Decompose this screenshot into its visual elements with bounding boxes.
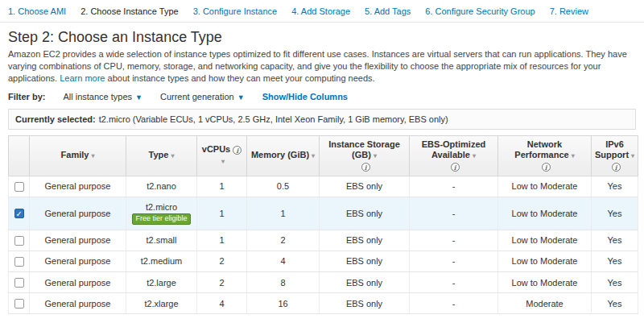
cell-memory: 8 xyxy=(247,271,320,292)
filter-bar: Filter by: All instance types▼ Current g… xyxy=(8,92,636,101)
current-selection-value: t2.micro (Variable ECUs, 1 vCPUs, 2.5 GH… xyxy=(99,114,448,124)
row-checkbox[interactable] xyxy=(14,299,24,309)
info-icon[interactable]: i xyxy=(233,146,242,155)
table-row-t2-small[interactable]: General purpose t2.small 1 2 EBS only - … xyxy=(9,230,638,251)
free-tier-eligible-badge: Free tier eligible xyxy=(132,213,190,225)
cell-memory: 4 xyxy=(247,251,320,271)
sort-icon: ▾ xyxy=(374,152,377,159)
cell-type: t2.medium xyxy=(126,251,197,271)
cell-memory: 1 xyxy=(247,197,320,230)
cell-storage: EBS only xyxy=(320,293,410,314)
tab-configure-instance[interactable]: 3. Configure Instance xyxy=(193,6,278,16)
cell-vcpus: 1 xyxy=(197,197,247,230)
generation-filter-dropdown[interactable]: Current generation▼ xyxy=(160,92,245,101)
row-checkbox[interactable] xyxy=(14,278,24,288)
column-header-ebs-optimized[interactable]: EBS-Optimized Available▾ i xyxy=(410,135,498,176)
learn-more-link[interactable]: Learn more xyxy=(60,73,105,83)
current-selection-bar: Currently selected:t2.micro (Variable EC… xyxy=(8,109,636,130)
table-row-t2-xlarge[interactable]: General purpose t2.xlarge 4 16 EBS only … xyxy=(9,293,638,314)
column-label-memory: Memory (GiB) xyxy=(251,150,309,159)
tab-choose-instance-type[interactable]: 2. Choose Instance Type xyxy=(80,6,179,16)
table-row-t2-large[interactable]: General purpose t2.large 2 8 EBS only - … xyxy=(9,271,638,292)
cell-type: t2.small xyxy=(126,230,197,251)
generation-filter-value: Current generation xyxy=(160,92,234,101)
cell-type-value: t2.micro xyxy=(130,202,193,212)
column-label-network-performance: Network Performance xyxy=(514,139,568,160)
sort-icon: ▾ xyxy=(473,152,476,159)
main-content: Step 2: Choose an Instance Type Amazon E… xyxy=(0,23,644,323)
cell-vcpus: 2 xyxy=(197,251,247,271)
sort-icon: ▾ xyxy=(221,158,225,165)
sort-icon: ▾ xyxy=(631,152,634,159)
column-label-family: Family xyxy=(61,150,89,159)
cell-type: t2.xlarge xyxy=(126,293,197,314)
cell-ebs-optimized: - xyxy=(410,197,498,230)
column-header-ipv6-support[interactable]: IPv6 Support▾ i xyxy=(592,135,638,176)
row-checkbox[interactable] xyxy=(14,182,24,192)
tab-choose-ami[interactable]: 1. Choose AMI xyxy=(8,6,66,16)
cell-ipv6-support: Yes xyxy=(592,197,638,230)
column-label-vcpus: vCPUs xyxy=(202,144,230,154)
column-header-memory[interactable]: Memory (GiB)▾ xyxy=(247,135,320,176)
table-header-row: Family▾ Type▾ vCPUsi▾ Memory (GiB)▾ Inst… xyxy=(9,135,638,176)
cell-family: General purpose xyxy=(30,271,126,292)
page-description: Amazon EC2 provides a wide selection of … xyxy=(8,48,636,85)
row-checkbox[interactable] xyxy=(14,209,24,218)
cell-ebs-optimized: - xyxy=(410,251,498,271)
cell-storage: EBS only xyxy=(320,176,410,197)
cell-network-performance: Low to Moderate xyxy=(498,271,592,292)
cell-ebs-optimized: - xyxy=(410,230,498,251)
cell-network-performance: Low to Moderate xyxy=(498,230,592,251)
column-header-network-performance[interactable]: Network Performance▾ i xyxy=(498,135,592,176)
cell-family: General purpose xyxy=(30,230,126,251)
cell-vcpus: 4 xyxy=(197,293,247,314)
cell-family: General purpose xyxy=(30,197,126,230)
chevron-down-icon: ▼ xyxy=(135,93,142,101)
table-row-t2-micro[interactable]: General purpose t2.micro Free tier eligi… xyxy=(9,197,638,230)
cell-network-performance: Moderate xyxy=(498,293,592,314)
current-selection-label: Currently selected: xyxy=(15,114,96,124)
sort-icon: ▾ xyxy=(572,152,575,159)
info-icon[interactable]: i xyxy=(451,163,460,172)
table-row-t2-medium[interactable]: General purpose t2.medium 2 4 EBS only -… xyxy=(9,251,638,271)
cell-network-performance: Low to Moderate xyxy=(498,251,592,271)
cell-family: General purpose xyxy=(30,251,126,271)
row-checkbox[interactable] xyxy=(14,236,24,246)
cell-storage: EBS only xyxy=(320,251,410,271)
info-icon[interactable]: i xyxy=(542,163,551,172)
info-icon[interactable]: i xyxy=(361,163,370,172)
page-title: Step 2: Choose an Instance Type xyxy=(8,29,636,46)
row-checkbox[interactable] xyxy=(14,257,24,267)
instance-type-filter-dropdown[interactable]: All instance types▼ xyxy=(63,92,142,101)
cell-network-performance: Low to Moderate xyxy=(498,197,592,230)
column-label-storage: Instance Storage (GB) xyxy=(328,139,400,160)
sort-icon: ▾ xyxy=(312,152,315,159)
cell-memory: 16 xyxy=(247,293,320,314)
column-header-storage[interactable]: Instance Storage (GB)▾ i xyxy=(320,135,410,176)
column-header-vcpus[interactable]: vCPUsi▾ xyxy=(197,135,247,176)
cell-ipv6-support: Yes xyxy=(592,251,638,271)
show-hide-columns-link[interactable]: Show/Hide Columns xyxy=(262,92,348,101)
info-icon[interactable]: i xyxy=(612,163,621,172)
cell-ebs-optimized: - xyxy=(410,176,498,197)
column-header-checkbox xyxy=(9,135,30,176)
column-header-type[interactable]: Type▾ xyxy=(126,135,197,176)
cell-family: General purpose xyxy=(30,293,126,314)
cell-family: General purpose xyxy=(30,176,126,197)
tab-add-tags[interactable]: 5. Add Tags xyxy=(365,6,411,16)
tab-review[interactable]: 7. Review xyxy=(550,6,588,16)
cell-ebs-optimized: - xyxy=(410,293,498,314)
column-label-ebs-optimized: EBS-Optimized Available xyxy=(422,139,485,160)
tab-configure-security-group[interactable]: 6. Configure Security Group xyxy=(425,6,535,16)
cell-vcpus: 1 xyxy=(197,230,247,251)
instance-type-filter-value: All instance types xyxy=(63,92,132,101)
cell-storage: EBS only xyxy=(320,197,410,230)
cell-type: t2.micro Free tier eligible xyxy=(126,197,197,230)
intro-text-tail: about instance types and how they can me… xyxy=(108,73,375,83)
cell-memory: 0.5 xyxy=(247,176,320,197)
cell-ipv6-support: Yes xyxy=(592,176,638,197)
tab-add-storage[interactable]: 4. Add Storage xyxy=(291,6,350,16)
cell-ipv6-support: Yes xyxy=(592,271,638,292)
column-header-family[interactable]: Family▾ xyxy=(30,135,126,176)
table-row-t2-nano[interactable]: General purpose t2.nano 1 0.5 EBS only -… xyxy=(9,176,638,197)
